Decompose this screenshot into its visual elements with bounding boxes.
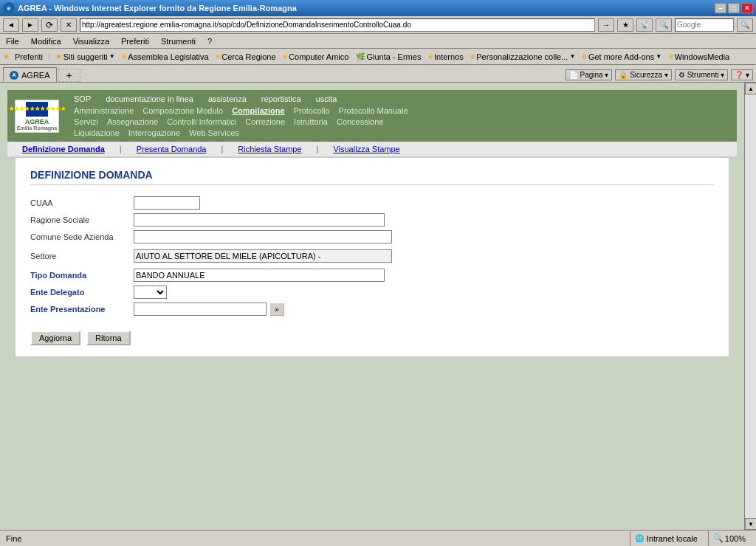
nav-web-services[interactable]: Web Services [189,128,239,137]
aggiorna-button[interactable]: Aggiorna [30,331,80,345]
fav-preferiti[interactable]: Preferiti [13,52,45,62]
comune-sede-input[interactable] [134,230,392,243]
vertical-scrollbar[interactable]: ▲ ▼ [744,83,756,530]
help-menu[interactable]: ❓ ▾ [731,69,753,80]
settore-input [134,249,392,263]
fav-personalizzazione[interactable]: e Personalizzazione colle... ▼ [469,52,578,62]
address-input[interactable] [80,18,595,32]
history-icon[interactable]: 🔍 [656,18,672,32]
nav-correzione[interactable]: Correzione [245,117,285,126]
fav-cerca-regione[interactable]: e Cerca Regione [214,52,278,62]
minimize-button[interactable]: – [715,3,726,13]
ragione-sociale-label: Ragione Sociale [30,215,134,224]
cuaa-input[interactable] [134,196,200,210]
new-tab-button[interactable]: + [58,69,80,82]
tipo-domanda-row: Tipo Domanda [30,269,714,282]
tipo-domanda-label: Tipo Domanda [30,271,134,280]
eu-flag: ★★★★★★★★★★★ [26,102,48,117]
ente-delegato-select[interactable] [134,286,167,299]
page-tab-richiesta-stampe[interactable]: Richiesta Stampe [238,145,301,153]
tools-menu[interactable]: ⚙ Strumenti ▾ [675,69,728,80]
page-tab-definizione-domanda[interactable]: Definizione Domanda [22,145,105,153]
stop-button[interactable]: ✕ [61,18,77,32]
ente-presentazione-search-button[interactable]: » [269,303,284,316]
security-menu[interactable]: 🔒 Sicurezza ▾ [615,69,671,80]
window-controls[interactable]: – □ ✕ [715,3,753,13]
ente-delegato-label: Ente Delegato [30,288,134,297]
nav-amministrazione[interactable]: Amministrazione [74,106,134,115]
ente-presentazione-input[interactable] [134,303,267,316]
zoom-segment: 🔍 100% [708,531,750,546]
form-buttons: Aggiorna Ritorna [30,331,714,345]
nav-concessione[interactable]: Concessione [337,117,384,126]
fav-siti-suggeriti[interactable]: ★ Siti suggeriti ▼ [53,52,117,62]
ragione-sociale-input[interactable] [134,213,385,227]
nav-assistenza[interactable]: assistenza [208,94,247,103]
browser-tab-agrea[interactable]: A AGREA [3,67,57,82]
cuaa-label: CUAA [30,198,134,207]
back-button[interactable]: ◄ [3,18,19,32]
forward-button[interactable]: ► [22,18,38,32]
nav-protocollo[interactable]: Protocollo [294,106,330,115]
nav-controlli-informatici[interactable]: Controlli Informatici [167,117,236,126]
menu-modifica[interactable]: Modifica [28,36,64,46]
status-text: Fine [6,534,627,543]
agrea-wrapper: ★★★★★★★★★★★ AGREA Emilia Romagna SOP doc… [0,83,744,530]
address-bar: ◄ ► ⟳ ✕ → ★ 📡 🔍 🔍 [0,16,756,34]
scroll-down-button[interactable]: ▼ [745,518,756,530]
agrea-nav-sub: Servizi Assegnazione Controlli Informati… [74,117,729,126]
agrea-nav-main: Amministrazione Composizione Modulo Comp… [74,106,729,115]
fav-internos[interactable]: e Internos [426,52,465,62]
refresh-button[interactable]: ⟳ [41,18,58,32]
nav-compilazione[interactable]: Compilazione [232,106,285,115]
fav-assemblea[interactable]: e Assemblea Legislativa [120,52,211,62]
menu-preferiti[interactable]: Preferiti [118,36,152,46]
fav-computer-amico[interactable]: e Computer Amico [281,52,351,62]
scroll-track[interactable] [745,94,756,518]
fav-windows-media[interactable]: e WindowsMedia [667,52,732,62]
zone-segment: 🌐 Intranet locale [630,531,702,546]
nav-assegnazione[interactable]: Assegnazione [107,117,158,126]
favorites-icon[interactable]: ★ [617,18,633,32]
ragione-sociale-row: Ragione Sociale [30,213,714,227]
search-input[interactable] [675,18,734,32]
menu-visualizza[interactable]: Visualizza [70,36,112,46]
menu-bar: File Modifica Visualizza Preferiti Strum… [0,34,756,49]
nav-reportistica[interactable]: reportistica [261,94,301,103]
fav-add-ons[interactable]: e Get more Add-ons ▼ [580,52,664,62]
nav-servizi[interactable]: Servizi [74,117,98,126]
maximize-button[interactable]: □ [728,3,740,13]
page-tab-visualizza-stampe[interactable]: Visualizza Stampe [333,145,399,153]
nav-uscita[interactable]: uscita [316,94,337,103]
close-button[interactable]: ✕ [741,3,753,13]
menu-help[interactable]: ? [205,36,215,46]
status-bar: Fine 🌐 Intranet locale 🔍 100% [0,530,756,546]
page-menu[interactable]: 📄 Pagina ▾ [566,69,613,80]
nav-composizione-modulo[interactable]: Composizione Modulo [142,106,223,115]
tipo-domanda-input[interactable] [134,269,385,282]
ritorna-button[interactable]: Ritorna [86,331,130,345]
agrea-nav-sub2: Liquidazione Interrogazione Web Services [74,128,729,137]
nav-istruttoria[interactable]: Istruttoria [294,117,328,126]
page-tab-presenta-domanda[interactable]: Presenta Domanda [137,145,207,153]
search-button[interactable]: 🔍 [737,18,753,32]
nav-sop[interactable]: SOP [74,94,91,103]
nav-documentazione[interactable]: documentazione in linea [106,94,193,103]
agrea-nav-top: SOP documentazione in linea assistenza r… [74,94,729,103]
zone-icon: 🌐 [635,534,644,542]
nav-protocollo-manuale[interactable]: Protocollo Manuale [339,106,408,115]
menu-file[interactable]: File [3,36,22,46]
menu-strumenti[interactable]: Strumenti [158,36,199,46]
nav-liquidazione[interactable]: Liquidazione [74,128,120,137]
form-title: DEFINIZIONE DOMANDA [30,169,714,185]
go-button[interactable]: → [598,18,614,32]
fav-giunta-ermes[interactable]: 🌿 Giunta - Ermes [354,52,423,62]
status-right: 🌐 Intranet locale 🔍 100% [630,531,750,546]
nav-interrogazione[interactable]: Interrogazione [128,128,180,137]
scroll-up-button[interactable]: ▲ [745,83,756,94]
favorites-bar: ★ Preferiti | ★ Siti suggeriti ▼ e Assem… [0,49,756,65]
form-container: DEFINIZIONE DOMANDA CUAA Ragione Sociale… [15,157,729,357]
zoom-level: 100% [725,534,746,543]
agrea-logo: ★★★★★★★★★★★ AGREA Emilia Romagna [15,100,59,133]
feeds-icon[interactable]: 📡 [636,18,653,32]
